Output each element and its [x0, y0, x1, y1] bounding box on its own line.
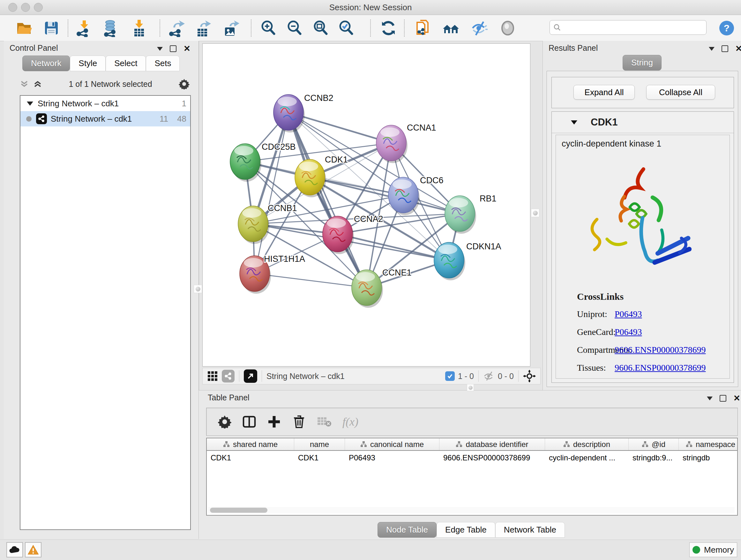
network-tree-item[interactable]: String Network – cdk1 11 48 — [20, 111, 190, 126]
network-badge-icon[interactable] — [222, 370, 234, 382]
function-builder-icon[interactable]: f(x) — [342, 415, 358, 428]
memory-button[interactable]: Memory — [689, 543, 737, 557]
import-network-file-icon[interactable] — [75, 19, 93, 37]
table-cell[interactable]: P06493 — [345, 451, 440, 465]
table-cell[interactable]: stringdb:9... — [629, 451, 679, 465]
collapse-panel-icon[interactable] — [157, 47, 163, 51]
float-panel-icon[interactable] — [170, 45, 177, 52]
tab-edge-table[interactable]: Edge Table — [436, 522, 495, 538]
minimize-window-button[interactable] — [21, 3, 30, 12]
string-homes-icon[interactable] — [442, 19, 460, 37]
horizontal-scrollbar[interactable] — [208, 507, 735, 513]
close-panel-icon[interactable]: ✕ — [735, 46, 741, 51]
zoom-selected-icon[interactable] — [337, 19, 355, 37]
warning-button[interactable] — [25, 542, 42, 557]
network-node-RB1[interactable]: RB1 — [445, 194, 496, 234]
export-image-icon[interactable] — [221, 19, 240, 37]
tab-style[interactable]: Style — [70, 56, 106, 71]
left-splitter-handle[interactable] — [194, 285, 202, 293]
close-panel-icon[interactable]: ✕ — [733, 395, 740, 401]
network-node-HIST1H1A[interactable]: HIST1H1A — [240, 254, 305, 294]
close-panel-icon[interactable]: ✕ — [184, 46, 191, 51]
open-in-window-icon[interactable] — [244, 369, 257, 383]
tab-node-table[interactable]: Node Table — [378, 522, 436, 538]
column-header-shared-name[interactable]: shared name — [207, 438, 294, 450]
export-network-icon[interactable] — [167, 19, 186, 37]
zoom-out-icon[interactable] — [285, 19, 304, 37]
hide-details-eye-icon[interactable] — [470, 19, 489, 37]
column-header-database-identifier[interactable]: database identifier — [440, 438, 545, 450]
bottom-splitter-handle[interactable] — [467, 384, 474, 391]
help-icon[interactable]: ? — [718, 19, 736, 37]
network-node-CDKN1A[interactable]: CDKN1A — [434, 242, 501, 280]
protein-header-row[interactable]: CDK1 — [552, 112, 734, 133]
table-cell[interactable]: 9606.ENSP00000378699 — [440, 451, 545, 465]
column-header-canonical-name[interactable]: canonical name — [345, 438, 440, 450]
table-cell[interactable]: CDK1 — [207, 451, 294, 465]
network-node-CCNA2[interactable]: CCNA2 — [323, 214, 383, 254]
crosslink-link[interactable]: 9606.ENSP00000378699 — [615, 363, 705, 373]
string-document-icon[interactable] — [414, 19, 433, 37]
column-header-name[interactable]: name — [294, 438, 345, 450]
network-edge[interactable] — [255, 273, 367, 288]
scrollbar-thumb[interactable] — [210, 508, 267, 513]
crosslink-link[interactable]: 9606.ENSP00000378699 — [615, 345, 705, 355]
network-edge[interactable] — [338, 234, 449, 260]
import-table-file-icon[interactable] — [130, 19, 148, 37]
crosslink-link[interactable]: P06493 — [615, 309, 642, 319]
collapse-panel-icon[interactable] — [707, 396, 713, 400]
network-node-CDC6[interactable]: CDC6 — [388, 176, 444, 215]
collapse-all-button[interactable]: Collapse All — [646, 85, 715, 100]
tab-sets[interactable]: Sets — [146, 56, 180, 71]
expand-all-icon[interactable] — [33, 79, 42, 88]
network-node-CCNA1[interactable]: CCNA1 — [376, 123, 436, 163]
right-splitter-handle[interactable] — [531, 209, 539, 217]
tree-expand-icon[interactable] — [27, 102, 33, 106]
selected-checkbox-icon[interactable] — [445, 371, 455, 381]
collapse-protein-icon[interactable] — [571, 120, 577, 125]
gear-icon[interactable] — [179, 78, 190, 89]
import-network-database-icon[interactable] — [102, 19, 120, 37]
zoom-window-button[interactable] — [34, 3, 43, 12]
close-window-button[interactable] — [8, 3, 17, 12]
tab-network[interactable]: Network — [22, 56, 70, 71]
network-node-CCNB2[interactable]: CCNB2 — [273, 93, 333, 132]
network-edge[interactable] — [255, 112, 288, 273]
crosshair-icon[interactable] — [523, 370, 536, 382]
collapse-panel-icon[interactable] — [709, 47, 715, 51]
add-column-icon[interactable] — [267, 415, 281, 429]
birdseye-icon[interactable] — [498, 19, 517, 37]
tab-string[interactable]: String — [623, 55, 662, 71]
network-canvas[interactable]: CCNB2CCNA1CDC25BCDK1CDC6RB1CCNB1CCNA2CDK… — [202, 44, 530, 367]
zoom-in-icon[interactable] — [259, 19, 278, 37]
export-table-icon[interactable] — [193, 19, 212, 37]
open-file-icon[interactable] — [15, 19, 33, 37]
zoom-fit-icon[interactable] — [312, 19, 330, 37]
tab-network-table[interactable]: Network Table — [495, 522, 565, 538]
search-input[interactable] — [561, 23, 706, 32]
table-row[interactable]: CDK1CDK1P064939606.ENSP00000378699cyclin… — [207, 451, 737, 465]
column-header-description[interactable]: description — [545, 438, 629, 450]
float-panel-icon[interactable] — [720, 395, 726, 401]
float-panel-icon[interactable] — [722, 45, 728, 52]
show-columns-icon[interactable] — [242, 415, 256, 429]
delete-table-icon[interactable] — [317, 415, 332, 428]
table-settings-gear-icon[interactable] — [218, 415, 231, 428]
column-header-namespace[interactable]: namespace — [679, 438, 741, 450]
cloud-button[interactable] — [6, 542, 23, 557]
table-cell[interactable]: stringdb — [679, 451, 741, 465]
table-cell[interactable]: CDK1 — [294, 451, 345, 465]
table-cell[interactable]: cyclin-dependent ... — [545, 451, 629, 465]
crosslink-link[interactable]: P06493 — [615, 327, 642, 337]
hidden-eye-icon[interactable] — [483, 371, 495, 381]
tab-select[interactable]: Select — [106, 56, 146, 71]
save-session-icon[interactable] — [42, 19, 61, 37]
network-tree-root[interactable]: String Network – cdk1 1 — [20, 96, 190, 111]
expand-all-button[interactable]: Expand All — [574, 85, 635, 100]
delete-column-icon[interactable] — [292, 415, 306, 429]
collapse-all-icon[interactable] — [20, 79, 29, 88]
network-node-CCNB1[interactable]: CCNB1 — [238, 203, 297, 244]
network-node-CDK1[interactable]: CDK1 — [295, 155, 348, 197]
refresh-icon[interactable] — [379, 19, 398, 37]
overview-grid-icon[interactable] — [207, 371, 218, 381]
